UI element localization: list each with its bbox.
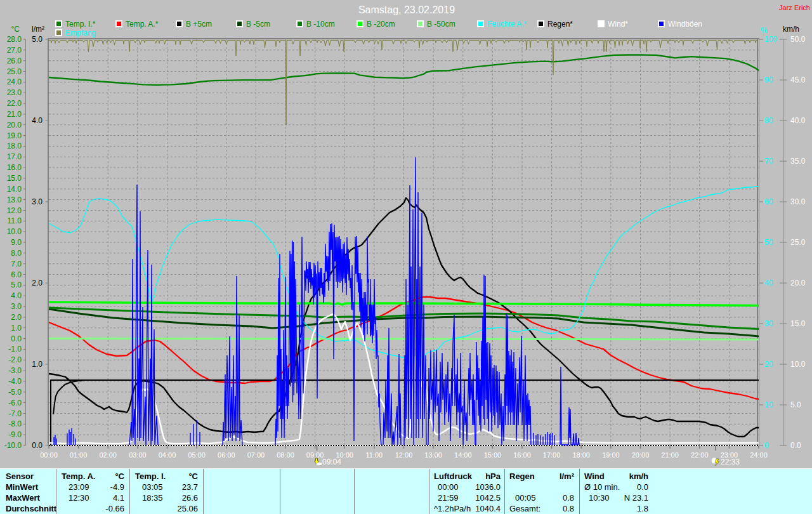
svg-text:14.0: 14.0 xyxy=(7,185,22,194)
svg-text:23.7: 23.7 xyxy=(182,482,198,492)
svg-text:22.0: 22.0 xyxy=(7,99,22,108)
svg-text:15:00: 15:00 xyxy=(484,451,502,459)
svg-text:Windböen: Windböen xyxy=(668,20,702,29)
svg-text:1.0: 1.0 xyxy=(11,324,22,333)
svg-text:21:59: 21:59 xyxy=(438,493,459,503)
svg-text:-6.0: -6.0 xyxy=(8,399,22,407)
svg-text:-4.0: -4.0 xyxy=(8,377,22,386)
svg-text:0.0: 0.0 xyxy=(32,441,43,450)
svg-text:22:33: 22:33 xyxy=(721,458,740,466)
svg-text:3.0: 3.0 xyxy=(32,197,43,206)
svg-text:Wind*: Wind* xyxy=(608,20,628,29)
svg-text:10.0: 10.0 xyxy=(790,360,806,369)
svg-text:13:00: 13:00 xyxy=(424,451,442,459)
svg-text:01:00: 01:00 xyxy=(70,451,88,459)
svg-text:08:00: 08:00 xyxy=(277,451,294,459)
svg-text:0: 0 xyxy=(764,441,769,450)
svg-text:%: % xyxy=(761,26,768,35)
svg-text:-4.9: -4.9 xyxy=(110,482,124,492)
svg-text:Temp. A.*: Temp. A.* xyxy=(126,20,159,29)
svg-text:Wind: Wind xyxy=(584,471,605,481)
svg-text:16:00: 16:00 xyxy=(513,451,531,459)
svg-text:^1.2hPa/h: ^1.2hPa/h xyxy=(434,504,471,513)
svg-text:-8.0: -8.0 xyxy=(8,419,22,428)
svg-text:1040.4: 1040.4 xyxy=(475,504,501,513)
svg-text:21.0: 21.0 xyxy=(7,110,22,119)
svg-text:Regen*: Regen* xyxy=(547,20,573,29)
svg-text:0.8: 0.8 xyxy=(563,493,574,503)
svg-text:24.0: 24.0 xyxy=(7,77,22,86)
svg-text:Samstag, 23.02.2019: Samstag, 23.02.2019 xyxy=(358,4,455,15)
svg-text:06:00: 06:00 xyxy=(218,451,235,459)
svg-text:10:30: 10:30 xyxy=(589,493,610,503)
svg-text:°C: °C xyxy=(188,471,198,481)
svg-text:6.0: 6.0 xyxy=(11,270,22,279)
svg-text:23.0: 23.0 xyxy=(7,88,22,97)
svg-text:Ø 10 min.: Ø 10 min. xyxy=(584,482,620,492)
svg-text:-1.0: -1.0 xyxy=(8,345,22,353)
svg-text:Gesamt:: Gesamt: xyxy=(509,504,540,513)
svg-text:-2.0: -2.0 xyxy=(8,355,22,364)
svg-text:45.0: 45.0 xyxy=(790,76,806,84)
svg-text:Durchschnitt: Durchschnitt xyxy=(6,504,57,513)
svg-text:Sensor: Sensor xyxy=(6,471,34,481)
svg-text:70: 70 xyxy=(764,157,773,166)
svg-text:Feuchte A.*: Feuchte A.* xyxy=(487,20,527,29)
svg-text:°C: °C xyxy=(115,471,124,481)
svg-text:Regen: Regen xyxy=(509,471,535,481)
svg-text:4.0: 4.0 xyxy=(32,116,43,125)
svg-text:3.0: 3.0 xyxy=(11,302,22,311)
svg-text:8.0: 8.0 xyxy=(11,249,22,258)
svg-text:25.0: 25.0 xyxy=(790,238,806,247)
svg-text:16.0: 16.0 xyxy=(7,163,22,172)
svg-text:5.0: 5.0 xyxy=(32,35,43,44)
svg-text:20: 20 xyxy=(764,360,773,369)
svg-text:27.0: 27.0 xyxy=(7,46,22,55)
svg-text:60: 60 xyxy=(764,197,773,206)
svg-text:15.0: 15.0 xyxy=(7,174,22,183)
svg-text:Luftdruck: Luftdruck xyxy=(434,471,473,481)
svg-text:35.0: 35.0 xyxy=(790,157,806,166)
svg-text:21:00: 21:00 xyxy=(661,451,679,459)
svg-text:hPa: hPa xyxy=(485,471,501,481)
svg-text:07:00: 07:00 xyxy=(247,451,265,459)
svg-text:14:00: 14:00 xyxy=(454,451,472,459)
svg-text:20.0: 20.0 xyxy=(790,279,806,287)
svg-text:12:00: 12:00 xyxy=(395,451,413,459)
svg-text:09:00: 09:00 xyxy=(306,451,324,459)
svg-text:0.0: 0.0 xyxy=(790,441,801,450)
svg-text:17:00: 17:00 xyxy=(543,451,561,459)
svg-text:26.0: 26.0 xyxy=(7,56,22,65)
svg-text:25.06: 25.06 xyxy=(177,504,198,513)
svg-text:50: 50 xyxy=(764,238,773,247)
svg-text:09:04: 09:04 xyxy=(322,458,341,466)
svg-text:4.1: 4.1 xyxy=(113,493,124,503)
svg-text:11.0: 11.0 xyxy=(8,216,22,225)
svg-text:B -50cm: B -50cm xyxy=(427,20,455,29)
svg-text:04:00: 04:00 xyxy=(159,451,176,459)
svg-text:MinWert: MinWert xyxy=(6,482,39,492)
svg-text:18.0: 18.0 xyxy=(7,142,22,150)
svg-text:19.0: 19.0 xyxy=(7,131,22,140)
svg-text:5.0: 5.0 xyxy=(11,280,22,289)
svg-text:-9.0: -9.0 xyxy=(8,430,22,439)
svg-text:18:00: 18:00 xyxy=(572,451,590,459)
svg-text:90: 90 xyxy=(764,76,773,84)
svg-text:Temp. I.*: Temp. I.* xyxy=(65,20,96,29)
svg-text:Empfang: Empfang xyxy=(65,29,96,37)
svg-text:30: 30 xyxy=(764,319,773,328)
svg-text:9.0: 9.0 xyxy=(11,238,22,247)
svg-text:0.8: 0.8 xyxy=(563,504,574,513)
svg-text:B -5cm: B -5cm xyxy=(246,20,270,29)
svg-text:2.0: 2.0 xyxy=(11,313,22,322)
svg-text:1036.0: 1036.0 xyxy=(475,482,501,492)
svg-text:20:00: 20:00 xyxy=(632,451,650,459)
svg-text:MaxWert: MaxWert xyxy=(6,493,41,503)
svg-text:26.6: 26.6 xyxy=(182,493,198,503)
svg-text:28.0: 28.0 xyxy=(7,35,22,44)
svg-text:km/h: km/h xyxy=(783,25,799,34)
svg-text:19:00: 19:00 xyxy=(602,451,620,459)
svg-text:11:00: 11:00 xyxy=(366,451,383,459)
svg-text:B -20cm: B -20cm xyxy=(367,20,395,29)
svg-text:°C: °C xyxy=(11,25,20,34)
